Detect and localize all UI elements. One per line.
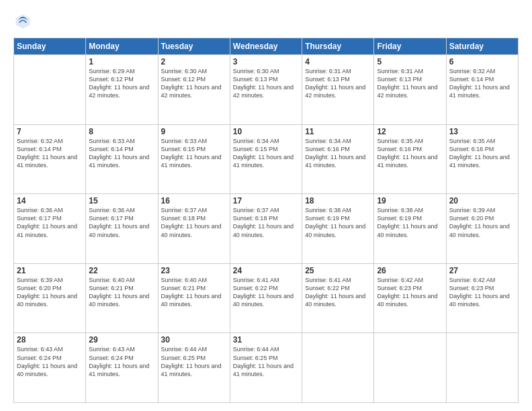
- day-number: 4: [305, 57, 371, 66]
- calendar-cell: 2Sunrise: 6:30 AMSunset: 6:12 PMDaylight…: [158, 55, 230, 125]
- day-info: Sunrise: 6:38 AMSunset: 6:19 PMDaylight:…: [305, 206, 371, 239]
- calendar-cell: 26Sunrise: 6:42 AMSunset: 6:23 PMDayligh…: [374, 263, 446, 333]
- day-info: Sunrise: 6:44 AMSunset: 6:25 PMDaylight:…: [161, 345, 227, 378]
- calendar-cell: 19Sunrise: 6:38 AMSunset: 6:19 PMDayligh…: [374, 194, 446, 264]
- calendar-cell: 9Sunrise: 6:33 AMSunset: 6:15 PMDaylight…: [158, 124, 230, 194]
- day-info: Sunrise: 6:35 AMSunset: 6:16 PMDaylight:…: [377, 137, 443, 170]
- weekday-header-thursday: Thursday: [302, 38, 374, 55]
- day-number: 9: [161, 127, 227, 136]
- page: SundayMondayTuesdayWednesdayThursdayFrid…: [0, 0, 532, 411]
- calendar-cell: 15Sunrise: 6:36 AMSunset: 6:17 PMDayligh…: [86, 194, 158, 264]
- day-info: Sunrise: 6:33 AMSunset: 6:14 PMDaylight:…: [89, 137, 154, 170]
- day-info: Sunrise: 6:33 AMSunset: 6:15 PMDaylight:…: [161, 137, 227, 170]
- day-number: 29: [89, 335, 154, 345]
- calendar-cell: 24Sunrise: 6:41 AMSunset: 6:22 PMDayligh…: [230, 263, 302, 333]
- day-number: 1: [89, 57, 154, 66]
- calendar-cell: [446, 333, 518, 403]
- day-number: 26: [377, 266, 443, 275]
- calendar-cell: 1Sunrise: 6:29 AMSunset: 6:12 PMDaylight…: [86, 55, 158, 125]
- calendar-cell: 25Sunrise: 6:41 AMSunset: 6:22 PMDayligh…: [302, 263, 374, 333]
- day-number: 19: [377, 196, 443, 205]
- header: [13, 12, 519, 31]
- day-info: Sunrise: 6:39 AMSunset: 6:20 PMDaylight:…: [449, 206, 515, 239]
- day-number: 22: [89, 266, 154, 275]
- calendar-cell: [14, 55, 86, 125]
- day-info: Sunrise: 6:41 AMSunset: 6:22 PMDaylight:…: [233, 276, 299, 309]
- svg-marker-0: [16, 15, 30, 29]
- day-info: Sunrise: 6:32 AMSunset: 6:14 PMDaylight:…: [449, 67, 515, 100]
- day-number: 25: [305, 266, 371, 275]
- day-info: Sunrise: 6:42 AMSunset: 6:23 PMDaylight:…: [377, 276, 443, 309]
- day-info: Sunrise: 6:40 AMSunset: 6:21 PMDaylight:…: [89, 276, 154, 309]
- day-info: Sunrise: 6:37 AMSunset: 6:18 PMDaylight:…: [161, 206, 227, 239]
- calendar-cell: 4Sunrise: 6:31 AMSunset: 6:13 PMDaylight…: [302, 55, 374, 125]
- calendar-cell: 22Sunrise: 6:40 AMSunset: 6:21 PMDayligh…: [86, 263, 158, 333]
- day-number: 11: [305, 127, 371, 136]
- day-number: 10: [233, 127, 299, 136]
- day-info: Sunrise: 6:44 AMSunset: 6:25 PMDaylight:…: [233, 345, 299, 378]
- day-number: 18: [305, 196, 371, 205]
- calendar-table: SundayMondayTuesdayWednesdayThursdayFrid…: [13, 38, 519, 403]
- day-info: Sunrise: 6:39 AMSunset: 6:20 PMDaylight:…: [17, 276, 83, 309]
- day-info: Sunrise: 6:43 AMSunset: 6:24 PMDaylight:…: [89, 345, 154, 378]
- day-info: Sunrise: 6:30 AMSunset: 6:13 PMDaylight:…: [233, 67, 299, 100]
- day-number: 20: [449, 196, 515, 205]
- day-info: Sunrise: 6:37 AMSunset: 6:18 PMDaylight:…: [233, 206, 299, 239]
- calendar-cell: 11Sunrise: 6:34 AMSunset: 6:16 PMDayligh…: [302, 124, 374, 194]
- calendar-cell: 20Sunrise: 6:39 AMSunset: 6:20 PMDayligh…: [446, 194, 518, 264]
- day-info: Sunrise: 6:43 AMSunset: 6:24 PMDaylight:…: [17, 345, 83, 378]
- calendar-cell: 13Sunrise: 6:35 AMSunset: 6:16 PMDayligh…: [446, 124, 518, 194]
- day-info: Sunrise: 6:38 AMSunset: 6:19 PMDaylight:…: [377, 206, 443, 239]
- calendar-cell: 12Sunrise: 6:35 AMSunset: 6:16 PMDayligh…: [374, 124, 446, 194]
- day-number: 5: [377, 57, 443, 66]
- day-number: 12: [377, 127, 443, 136]
- weekday-header-tuesday: Tuesday: [158, 38, 230, 55]
- calendar-cell: 16Sunrise: 6:37 AMSunset: 6:18 PMDayligh…: [158, 194, 230, 264]
- calendar-cell: 14Sunrise: 6:36 AMSunset: 6:17 PMDayligh…: [14, 194, 86, 264]
- calendar-header: SundayMondayTuesdayWednesdayThursdayFrid…: [14, 38, 519, 55]
- calendar-week-5: 28Sunrise: 6:43 AMSunset: 6:24 PMDayligh…: [14, 333, 519, 403]
- day-number: 14: [17, 196, 83, 205]
- calendar-cell: 18Sunrise: 6:38 AMSunset: 6:19 PMDayligh…: [302, 194, 374, 264]
- calendar-cell: 17Sunrise: 6:37 AMSunset: 6:18 PMDayligh…: [230, 194, 302, 264]
- calendar-cell: 21Sunrise: 6:39 AMSunset: 6:20 PMDayligh…: [14, 263, 86, 333]
- calendar-cell: 7Sunrise: 6:32 AMSunset: 6:14 PMDaylight…: [14, 124, 86, 194]
- day-number: 24: [233, 266, 299, 275]
- logo: [13, 12, 35, 31]
- calendar-cell: 27Sunrise: 6:42 AMSunset: 6:23 PMDayligh…: [446, 263, 518, 333]
- day-info: Sunrise: 6:36 AMSunset: 6:17 PMDaylight:…: [17, 206, 83, 239]
- day-number: 2: [161, 57, 227, 66]
- day-info: Sunrise: 6:41 AMSunset: 6:22 PMDaylight:…: [305, 276, 371, 309]
- calendar-cell: [302, 333, 374, 403]
- weekday-header-friday: Friday: [374, 38, 446, 55]
- calendar-week-2: 7Sunrise: 6:32 AMSunset: 6:14 PMDaylight…: [14, 124, 519, 194]
- calendar-cell: 6Sunrise: 6:32 AMSunset: 6:14 PMDaylight…: [446, 55, 518, 125]
- day-info: Sunrise: 6:34 AMSunset: 6:16 PMDaylight:…: [305, 137, 371, 170]
- day-number: 30: [161, 335, 227, 345]
- day-number: 28: [17, 335, 83, 345]
- calendar-cell: 3Sunrise: 6:30 AMSunset: 6:13 PMDaylight…: [230, 55, 302, 125]
- calendar-cell: 10Sunrise: 6:34 AMSunset: 6:15 PMDayligh…: [230, 124, 302, 194]
- day-number: 8: [89, 127, 154, 136]
- calendar-cell: 28Sunrise: 6:43 AMSunset: 6:24 PMDayligh…: [14, 333, 86, 403]
- day-number: 15: [89, 196, 154, 205]
- day-info: Sunrise: 6:34 AMSunset: 6:15 PMDaylight:…: [233, 137, 299, 170]
- day-info: Sunrise: 6:42 AMSunset: 6:23 PMDaylight:…: [449, 276, 515, 309]
- weekday-header-sunday: Sunday: [14, 38, 86, 55]
- day-info: Sunrise: 6:36 AMSunset: 6:17 PMDaylight:…: [89, 206, 154, 239]
- calendar-cell: 31Sunrise: 6:44 AMSunset: 6:25 PMDayligh…: [230, 333, 302, 403]
- calendar-week-3: 14Sunrise: 6:36 AMSunset: 6:17 PMDayligh…: [14, 194, 519, 264]
- day-number: 3: [233, 57, 299, 66]
- weekday-row: SundayMondayTuesdayWednesdayThursdayFrid…: [14, 38, 519, 55]
- day-info: Sunrise: 6:35 AMSunset: 6:16 PMDaylight:…: [449, 137, 515, 170]
- day-number: 13: [449, 127, 515, 136]
- day-info: Sunrise: 6:29 AMSunset: 6:12 PMDaylight:…: [89, 67, 154, 100]
- day-number: 7: [17, 127, 83, 136]
- weekday-header-wednesday: Wednesday: [230, 38, 302, 55]
- day-number: 16: [161, 196, 227, 205]
- calendar-cell: [374, 333, 446, 403]
- day-number: 31: [233, 335, 299, 345]
- calendar-cell: 23Sunrise: 6:40 AMSunset: 6:21 PMDayligh…: [158, 263, 230, 333]
- calendar-body: 1Sunrise: 6:29 AMSunset: 6:12 PMDaylight…: [14, 55, 519, 403]
- calendar-cell: 8Sunrise: 6:33 AMSunset: 6:14 PMDaylight…: [86, 124, 158, 194]
